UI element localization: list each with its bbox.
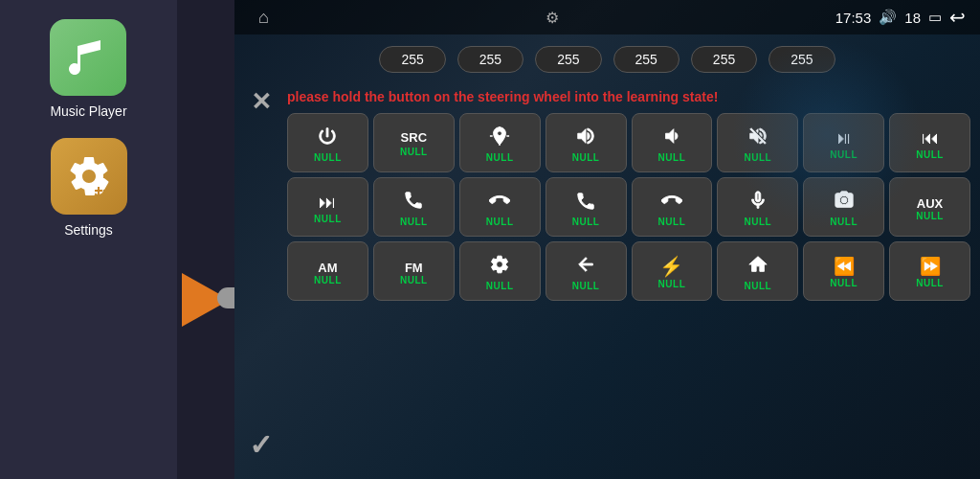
next-null: NULL xyxy=(314,214,342,224)
am-text: AM xyxy=(318,261,337,275)
rew-icon: ⏪ xyxy=(834,258,855,275)
pill-3: 255 xyxy=(535,46,601,73)
pill-2: 255 xyxy=(457,46,523,73)
back-btn-ctrl[interactable]: NULL xyxy=(546,241,627,301)
pill-row: 255 255 255 255 255 255 xyxy=(234,34,980,84)
settings-status-icon[interactable]: ⚙ xyxy=(546,9,559,27)
aux-button[interactable]: AUX NULL xyxy=(889,177,970,237)
camera-null: NULL xyxy=(830,217,858,227)
hangup-button[interactable]: NULL xyxy=(459,177,541,237)
ff-icon: ⏩ xyxy=(920,258,941,275)
vol-up-null: NULL xyxy=(572,152,600,163)
back-button[interactable]: ↩ xyxy=(949,6,966,29)
eq-null: NULL xyxy=(486,281,514,291)
prev-icon: ⏮ xyxy=(922,129,939,147)
music-icon-bg xyxy=(50,19,126,96)
settings-icon[interactable]: Settings xyxy=(51,138,127,238)
vol-down-icon xyxy=(661,125,682,149)
mic-null: NULL xyxy=(744,217,771,227)
home-icon[interactable]: ⌂ xyxy=(258,8,269,28)
power-icon xyxy=(317,125,338,149)
call-k-icon xyxy=(575,191,596,214)
bluetooth-button[interactable]: ⚡ NULL xyxy=(632,241,713,301)
pill-6: 255 xyxy=(768,46,835,73)
back-icon xyxy=(575,254,596,278)
hangup-null: NULL xyxy=(486,217,514,227)
eq-button[interactable]: NULL xyxy=(459,241,541,301)
home-ctrl-button[interactable]: NULL xyxy=(717,241,798,301)
hang-k-null: NULL xyxy=(658,217,686,227)
power-button[interactable]: NULL xyxy=(287,113,368,172)
call-null: NULL xyxy=(400,217,428,227)
vol-up-button[interactable]: NULL xyxy=(546,113,627,172)
play-pause-null: NULL xyxy=(830,149,858,160)
settings-icon-bg xyxy=(51,138,127,215)
battery-icon: ▭ xyxy=(928,9,942,26)
mic-button[interactable]: NULL xyxy=(717,177,798,237)
play-pause-icon: ⏯ xyxy=(835,129,853,147)
svg-point-1 xyxy=(841,197,847,203)
fm-button[interactable]: FM NULL xyxy=(373,241,455,301)
am-button[interactable]: AM NULL xyxy=(287,241,368,301)
aux-null: NULL xyxy=(916,211,944,221)
mute-button[interactable]: NULL xyxy=(717,113,798,172)
hang-k-icon xyxy=(661,190,682,214)
time-display: 17:53 xyxy=(835,10,872,26)
main-panel: ⌂ ⚙ 17:53 🔊 18 ▭ ↩ 255 255 255 255 255 2… xyxy=(234,0,980,479)
gps-null: NULL xyxy=(486,152,514,163)
power-null: NULL xyxy=(314,152,342,163)
music-note-icon xyxy=(65,34,111,80)
buttons-area: please hold the button on the steering w… xyxy=(287,84,970,469)
vol-down-null: NULL xyxy=(658,152,686,163)
camera-icon xyxy=(834,190,855,214)
gps-button[interactable]: NULL xyxy=(459,113,541,172)
hang-k-button[interactable]: NULL xyxy=(632,177,713,237)
arrow-divider xyxy=(177,0,234,479)
pill-1: 255 xyxy=(379,46,445,73)
status-bar: ⌂ ⚙ 17:53 🔊 18 ▭ ↩ xyxy=(234,0,980,34)
gps-icon xyxy=(489,125,510,149)
vol-up-icon xyxy=(575,125,596,149)
button-row-2: ⏭ NULL NULL NULL xyxy=(287,177,970,237)
am-null: NULL xyxy=(314,275,342,285)
vol-down-button[interactable]: NULL xyxy=(632,113,713,172)
prev-null: NULL xyxy=(916,149,944,160)
settings-label: Settings xyxy=(64,222,113,238)
hangup-icon xyxy=(489,190,510,214)
music-player-icon[interactable]: Music Player xyxy=(50,19,126,119)
src-icon: SRC xyxy=(401,131,427,144)
check-button[interactable]: ✓ xyxy=(249,431,273,460)
pill-4: 255 xyxy=(613,46,679,73)
fm-null: NULL xyxy=(400,275,428,285)
volume-level: 18 xyxy=(904,10,921,26)
button-row-1: NULL SRC NULL NULL xyxy=(287,113,970,172)
rew-button[interactable]: ⏪ NULL xyxy=(803,241,884,301)
home-null: NULL xyxy=(744,281,771,291)
button-row-3: AM NULL FM NULL NULL xyxy=(287,241,970,301)
volume-icon: 🔊 xyxy=(879,9,897,26)
next-icon: ⏭ xyxy=(319,194,336,211)
rew-null: NULL xyxy=(830,278,858,288)
next-button[interactable]: ⏭ NULL xyxy=(287,177,368,237)
ff-button[interactable]: ⏩ NULL xyxy=(889,241,970,301)
call-button[interactable]: NULL xyxy=(373,177,455,237)
x-check-col: ✕ ✓ xyxy=(244,84,287,469)
sidebar: Music Player Settings xyxy=(0,0,177,479)
camera-button[interactable]: NULL xyxy=(803,177,884,237)
mute-null: NULL xyxy=(744,152,771,163)
music-player-label: Music Player xyxy=(50,103,126,119)
prev-button[interactable]: ⏮ NULL xyxy=(889,113,970,172)
call-k-button[interactable]: NULL xyxy=(546,177,627,237)
home-icon xyxy=(747,254,768,278)
bluetooth-icon: ⚡ xyxy=(659,257,683,276)
play-pause-button[interactable]: ⏯ NULL xyxy=(803,113,884,172)
aux-text: AUX xyxy=(917,196,943,211)
bluetooth-null: NULL xyxy=(658,279,686,289)
gear-icon xyxy=(66,153,112,199)
src-null: NULL xyxy=(400,147,428,157)
mic-icon xyxy=(747,190,768,214)
call-icon xyxy=(403,190,424,214)
x-button[interactable]: ✕ xyxy=(251,89,272,114)
src-button[interactable]: SRC NULL xyxy=(373,113,455,172)
control-area: ✕ ✓ please hold the button on the steeri… xyxy=(234,84,980,479)
